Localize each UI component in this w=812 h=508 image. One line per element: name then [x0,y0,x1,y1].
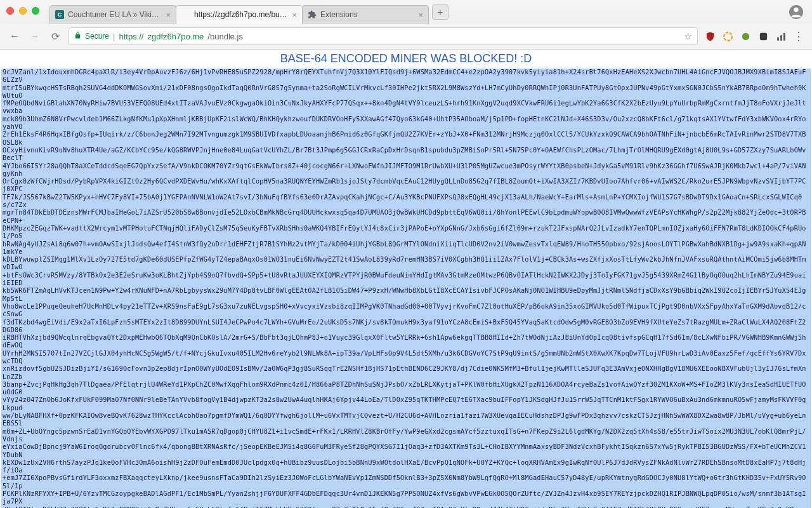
toolbar: ← → ⟳ Secure | https://zgdfz6h7po.me/bun… [0,24,812,49]
window-controls[interactable] [6,7,39,15]
tab-label: Extensions [320,10,414,19]
reload-button[interactable]: ⟳ [48,29,62,43]
tab-bundlejs[interactable]: https://zgdfz6h7po.me/bundle × [176,5,303,24]
url-path: /bundle.js [207,32,243,41]
forward-button: → [28,29,42,43]
favicon-puzzle-icon [308,10,317,19]
extension-orange-icon[interactable] [722,30,733,42]
minimize-window-button[interactable] [19,7,27,15]
blocked-banner: BASE-64 ENCODED MINER WAS BLOCKED! :D [0,50,812,67]
tab-couchtuner[interactable]: C Couchtuner EU LA » Vikings S × [49,5,176,24]
tab-label: https://zgdfz6h7po.me/bundle [194,10,288,19]
svg-rect-6 [783,33,785,41]
new-tab-button[interactable]: + [432,4,449,20]
url-scheme: https:// [119,32,143,41]
lock-icon [74,32,81,41]
ublock-shield-icon[interactable] [704,30,716,42]
url-host: zgdfz6h7po.me [147,32,204,41]
tab-extensions[interactable]: Extensions × [302,5,429,24]
favicon-generic-icon [181,10,190,19]
extension-dark-icon[interactable] [757,30,769,42]
tab-bar: C Couchtuner EU LA » Vikings S × https:/… [49,5,428,24]
close-window-button[interactable] [6,7,14,15]
tab-label: Couchtuner EU LA » Vikings S [68,10,162,19]
svg-point-0 [794,8,798,12]
base64-blob: 9cJVZanl/1xIdouxmhDGRc4paXlR/i3ey4VrDpAu… [1,69,811,508]
profile-avatar-icon[interactable] [789,5,803,19]
extension-bars-icon[interactable] [775,30,787,42]
favicon-couchtuner-icon: C [55,10,64,19]
secure-label: Secure [85,32,109,41]
svg-point-1 [724,32,732,41]
svg-rect-5 [780,35,782,41]
close-tab-icon[interactable]: × [292,10,297,20]
svg-rect-4 [777,37,779,41]
extension-green-icon[interactable] [740,30,751,42]
chrome-menu-button[interactable]: ⋮ [793,29,804,43]
close-tab-icon[interactable]: × [166,10,171,20]
svg-rect-3 [759,33,766,40]
bookmark-star-icon[interactable]: ☆ [684,30,692,42]
svg-point-2 [742,33,749,40]
extension-icons [704,30,787,42]
address-bar[interactable]: Secure | https://zgdfz6h7po.me/bundle.js… [69,27,698,45]
back-button[interactable]: ← [8,29,22,43]
close-tab-icon[interactable]: × [418,10,423,20]
zoom-window-button[interactable] [32,7,39,15]
